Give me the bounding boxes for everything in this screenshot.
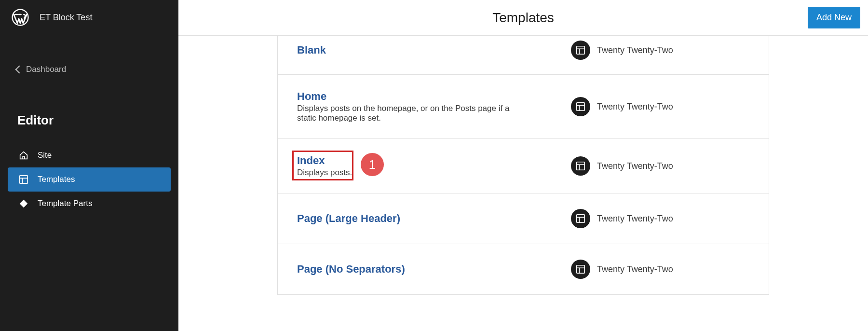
main-header: Templates Add New	[178, 0, 868, 36]
site-title[interactable]: ET Block Test	[40, 13, 92, 23]
template-meta: Twenty Twenty-Two	[571, 156, 749, 176]
template-title-link[interactable]: Page (No Separators)	[297, 263, 571, 276]
wordpress-logo-icon[interactable]	[12, 9, 29, 26]
template-title-link[interactable]: Index	[297, 154, 571, 167]
theme-name: Twenty Twenty-Two	[597, 264, 673, 275]
theme-name: Twenty Twenty-Two	[597, 102, 673, 112]
svg-rect-7	[577, 103, 585, 111]
nav-item-template-parts[interactable]: Template Parts	[8, 192, 171, 216]
svg-rect-13	[577, 215, 585, 223]
template-title-link[interactable]: Page (Large Header)	[297, 212, 571, 225]
dashboard-link-label: Dashboard	[26, 65, 66, 74]
add-new-button[interactable]: Add New	[808, 7, 860, 28]
template-meta: Twenty Twenty-Two	[571, 41, 749, 60]
sidebar: ET Block Test Dashboard Editor Site	[0, 0, 178, 331]
templates-list: Blank Twenty Twenty-Two Home	[277, 36, 769, 295]
template-info: Page (No Separators)	[297, 263, 571, 276]
layout-icon	[18, 174, 29, 185]
template-row: Blank Twenty Twenty-Two	[278, 36, 769, 75]
symbol-icon	[18, 198, 29, 209]
theme-name: Twenty Twenty-Two	[597, 161, 673, 171]
svg-rect-4	[577, 46, 585, 55]
svg-rect-1	[20, 176, 28, 184]
nav-item-label: Template Parts	[38, 199, 92, 208]
theme-icon	[571, 209, 590, 228]
template-description: Displays posts.	[297, 168, 519, 178]
theme-name: Twenty Twenty-Two	[597, 214, 673, 224]
template-description: Displays posts on the homepage, or on th…	[297, 104, 519, 123]
template-meta: Twenty Twenty-Two	[571, 209, 749, 228]
template-title-link[interactable]: Blank	[297, 44, 571, 56]
sidebar-nav: Site Templates Template Parts	[0, 143, 178, 216]
template-title-link[interactable]: Home	[297, 90, 571, 103]
theme-icon	[571, 97, 590, 116]
main: Templates Add New Blank Twent	[178, 0, 868, 331]
dashboard-back-link[interactable]: Dashboard	[0, 59, 178, 80]
nav-item-templates[interactable]: Templates	[8, 167, 171, 192]
home-icon	[18, 150, 29, 161]
page-title: Templates	[492, 10, 554, 26]
template-info: Page (Large Header)	[297, 212, 571, 225]
template-info: Index Displays posts. 1	[297, 154, 571, 178]
template-row: Home Displays posts on the homepage, or …	[278, 75, 769, 139]
template-row: Page (Large Header) Twenty Twenty-Two	[278, 193, 769, 244]
chevron-left-icon	[15, 66, 24, 74]
sidebar-header: ET Block Test	[0, 0, 178, 35]
theme-icon	[571, 260, 590, 279]
template-row: Index Displays posts. 1 Twenty Twenty-Tw…	[278, 139, 769, 193]
nav-item-label: Templates	[38, 175, 75, 184]
editor-heading: Editor	[0, 109, 178, 132]
theme-icon	[571, 156, 590, 176]
template-info: Home Displays posts on the homepage, or …	[297, 90, 571, 123]
templates-body: Blank Twenty Twenty-Two Home	[178, 36, 868, 331]
theme-icon	[571, 41, 590, 60]
svg-rect-16	[577, 265, 585, 274]
svg-rect-10	[577, 162, 585, 170]
nav-item-site[interactable]: Site	[8, 143, 171, 167]
template-info: Blank	[297, 44, 571, 56]
template-meta: Twenty Twenty-Two	[571, 97, 749, 116]
template-meta: Twenty Twenty-Two	[571, 260, 749, 279]
template-row: Page (No Separators) Twenty Twenty-Two	[278, 244, 769, 295]
theme-name: Twenty Twenty-Two	[597, 45, 673, 55]
nav-item-label: Site	[38, 151, 52, 160]
